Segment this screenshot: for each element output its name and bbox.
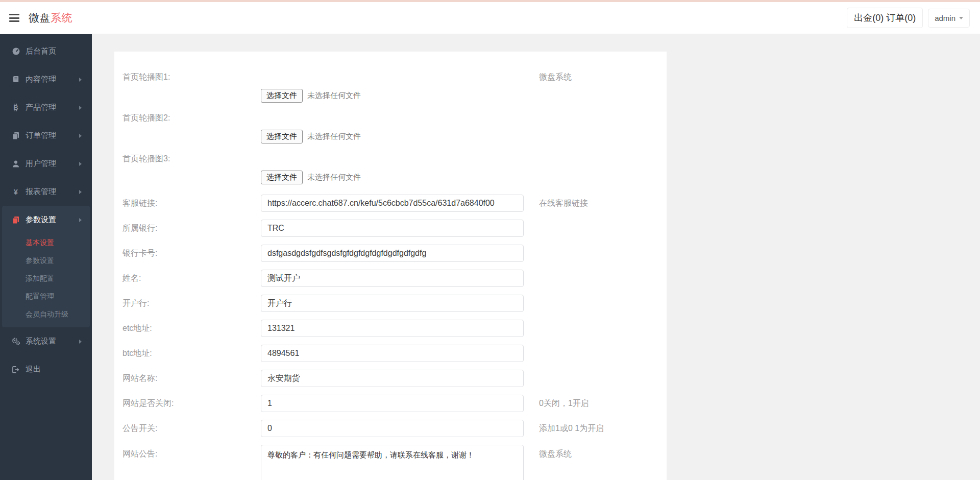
sidebar-subitem-add-config[interactable]: 添加配置 <box>2 270 90 287</box>
sidebar-subitem-label: 会员自动升级 <box>26 310 68 319</box>
logo-text-accent: 系统 <box>51 12 72 23</box>
chevron-right-icon <box>79 218 82 222</box>
form-row-site-notice: 网站公告: 尊敬的客户：有任何问题需要帮助，请联系在线客服，谢谢！ 微盘系统 <box>122 445 654 480</box>
etc-address-input[interactable] <box>261 320 524 337</box>
field-hint: 在线客服链接 <box>539 198 588 209</box>
field-label: 网站名称: <box>122 373 261 384</box>
header-actions: 出金(0) 订单(0) admin <box>847 8 970 28</box>
choose-file-button[interactable]: 选择文件 <box>261 171 303 184</box>
sidebar-item-logout[interactable]: 退出 <box>0 355 92 383</box>
sidebar-item-label: 用户管理 <box>26 159 56 169</box>
sidebar-item-reports[interactable]: ¥ 报表管理 <box>0 178 92 206</box>
btc-address-input[interactable] <box>261 345 524 362</box>
sidebar-subitem-label: 添加配置 <box>26 274 54 283</box>
logout-icon <box>11 365 20 374</box>
svg-text:¥: ¥ <box>14 188 18 196</box>
field-label: 姓名: <box>122 273 261 284</box>
field-label: 银行卡号: <box>122 248 261 259</box>
sidebar-subitem-label: 配置管理 <box>26 292 54 301</box>
sidebar-subitem-label: 参数设置 <box>26 256 54 266</box>
book-icon <box>11 75 20 84</box>
form-row-banner2: 首页轮播图2: 选择文件 未选择任何文件 <box>122 113 654 143</box>
field-label: 客服链接: <box>122 198 261 209</box>
bitcoin-icon: B <box>11 103 20 112</box>
sidebar-item-label: 订单管理 <box>26 131 56 140</box>
sidebar-subitem-member-auto-upgrade[interactable]: 会员自动升级 <box>2 305 90 323</box>
choose-file-button[interactable]: 选择文件 <box>261 89 303 103</box>
field-label: etc地址: <box>122 323 261 334</box>
form-row-banner3: 首页轮播图3: 选择文件 未选择任何文件 <box>122 154 654 184</box>
yen-icon: ¥ <box>11 187 20 196</box>
site-notice-textarea[interactable]: 尊敬的客户：有任何问题需要帮助，请联系在线客服，谢谢！ <box>261 445 524 480</box>
settings-form-card: 首页轮播图1: 微盘系统 选择文件 未选择任何文件 首页轮播图2: 选 <box>114 52 667 480</box>
form-row-bank-branch: 开户行: <box>122 295 654 312</box>
dashboard-icon <box>11 47 20 56</box>
sidebar-item-label: 参数设置 <box>26 215 56 225</box>
name-input[interactable] <box>261 270 524 287</box>
form-row-name: 姓名: <box>122 270 654 287</box>
gears-icon <box>11 337 20 346</box>
banner2-file-input[interactable]: 选择文件 未选择任何文件 <box>261 130 361 143</box>
choose-file-button[interactable]: 选择文件 <box>261 130 303 143</box>
customer-service-link-input[interactable] <box>261 195 524 212</box>
sidebar-subitem-basic-settings[interactable]: 基本设置 <box>2 234 90 252</box>
sidebar-item-orders[interactable]: 订单管理 <box>0 122 92 150</box>
params-copy-icon <box>11 215 20 224</box>
field-label: btc地址: <box>122 348 261 359</box>
field-hint: 微盘系统 <box>539 72 572 83</box>
sidebar-item-content[interactable]: 内容管理 <box>0 65 92 93</box>
admin-user-menu[interactable]: admin <box>928 9 970 28</box>
form-row-service-link: 客服链接: 在线客服链接 <box>122 195 654 212</box>
sidebar-item-params-settings[interactable]: 参数设置 <box>2 206 90 234</box>
sidebar-item-label: 内容管理 <box>26 75 56 84</box>
field-hint: 添加1或0 1为开启 <box>539 423 604 434</box>
main-content: 首页轮播图1: 微盘系统 选择文件 未选择任何文件 首页轮播图2: 选 <box>92 34 980 480</box>
chevron-right-icon <box>79 78 82 82</box>
site-name-input[interactable] <box>261 370 524 387</box>
sidebar-subitem-config-management[interactable]: 配置管理 <box>2 287 90 305</box>
field-label: 所属银行: <box>122 223 261 234</box>
header: 微盘系统 出金(0) 订单(0) admin <box>0 2 980 34</box>
sidebar: 后台首页 内容管理 B 产品管理 订单管理 <box>0 34 92 480</box>
banner3-file-input[interactable]: 选择文件 未选择任何文件 <box>261 171 361 184</box>
field-label: 网站是否关闭: <box>122 398 261 409</box>
sidebar-item-products[interactable]: B 产品管理 <box>0 93 92 122</box>
chevron-right-icon <box>79 162 82 166</box>
chevron-down-icon <box>959 17 963 19</box>
chevron-right-icon <box>79 190 82 194</box>
sidebar-item-users[interactable]: 用户管理 <box>0 150 92 178</box>
sidebar-group-params: 参数设置 基本设置 参数设置 添加配置 配置管理 会员自动升级 <box>2 206 90 327</box>
form-row-site-name: 网站名称: <box>122 370 654 387</box>
file-status-text: 未选择任何文件 <box>307 91 361 101</box>
file-status-text: 未选择任何文件 <box>307 173 361 182</box>
sidebar-item-label: 报表管理 <box>26 187 56 197</box>
sidebar-subitem-param-settings[interactable]: 参数设置 <box>2 252 90 270</box>
field-label: 开户行: <box>122 298 261 309</box>
sidebar-item-label: 系统设置 <box>26 337 56 346</box>
notice-switch-input[interactable] <box>261 420 524 437</box>
bank-card-number-input[interactable] <box>261 245 524 262</box>
sidebar-subitem-label: 基本设置 <box>26 238 54 248</box>
sidebar-item-label: 产品管理 <box>26 103 56 112</box>
site-closed-input[interactable] <box>261 395 524 412</box>
chevron-right-icon <box>79 134 82 138</box>
form-row-btc-address: btc地址: <box>122 345 654 362</box>
field-label: 公告开关: <box>122 423 261 434</box>
banner1-file-input[interactable]: 选择文件 未选择任何文件 <box>261 89 361 103</box>
sidebar-item-dashboard[interactable]: 后台首页 <box>0 37 92 65</box>
bank-input[interactable] <box>261 220 524 237</box>
form-row-bank-card: 银行卡号: <box>122 245 654 262</box>
sidebar-item-system-settings[interactable]: 系统设置 <box>0 327 92 355</box>
field-label: 首页轮播图2: <box>122 113 261 124</box>
field-hint: 0关闭，1开启 <box>539 398 589 409</box>
field-label: 网站公告: <box>122 449 261 460</box>
chevron-right-icon <box>79 106 82 110</box>
form-row-site-closed: 网站是否关闭: 0关闭，1开启 <box>122 395 654 412</box>
menu-toggle-button[interactable] <box>9 12 20 24</box>
withdraw-orders-button[interactable]: 出金(0) 订单(0) <box>847 8 923 28</box>
bank-branch-input[interactable] <box>261 295 524 312</box>
svg-text:B: B <box>13 104 18 111</box>
form-row-etc-address: etc地址: <box>122 320 654 337</box>
orders-copy-icon <box>11 131 20 140</box>
sidebar-item-label: 后台首页 <box>26 46 56 56</box>
